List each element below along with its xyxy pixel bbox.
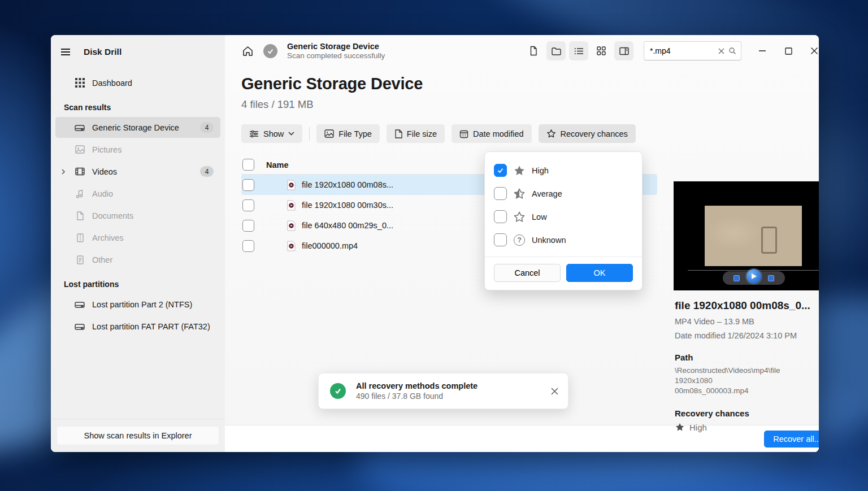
star-outline-icon: [513, 211, 526, 223]
option-label: High: [532, 166, 549, 175]
option-label: Low: [532, 212, 547, 221]
checkbox-unchecked[interactable]: [494, 233, 507, 246]
fullscreen-button[interactable]: [768, 275, 774, 281]
topbar-device-title: Generic Storage Device: [287, 42, 385, 51]
home-button[interactable]: [242, 45, 254, 57]
sidebar-item-dashboard[interactable]: Dashboard: [55, 72, 220, 93]
lost-partitions-section-label: Lost partitions: [51, 271, 225, 293]
sidebar-item-documents[interactable]: Documents: [55, 205, 220, 226]
filter-label: Recovery chances: [561, 129, 628, 138]
filter-label: Date modified: [473, 129, 523, 138]
search-icon[interactable]: [728, 47, 736, 55]
file-name: file000000.mp4: [302, 241, 358, 250]
path-label: Path: [675, 353, 819, 362]
search-input[interactable]: [650, 46, 714, 55]
file-type-icon: [324, 129, 334, 138]
ok-button[interactable]: OK: [566, 264, 633, 282]
sidebar-item-label: Archives: [92, 233, 214, 242]
sliders-icon: [249, 129, 259, 138]
popup-option-low[interactable]: Low: [494, 205, 633, 228]
preview-panel-toggle-button[interactable]: [614, 41, 633, 60]
disk-drill-window: Disk Drill Dashboard Scan results Generi…: [51, 35, 819, 452]
drive-icon: [71, 299, 88, 310]
grid-icon: [596, 46, 606, 56]
option-label: Unknown: [532, 236, 566, 245]
checkbox-unchecked[interactable]: [494, 210, 507, 223]
video-file-icon: [287, 220, 296, 231]
show-scan-results-in-explorer-button[interactable]: Show scan results in Explorer: [57, 426, 219, 445]
popup-option-unknown[interactable]: Unknown: [494, 228, 633, 251]
video-file-icon: [287, 200, 296, 211]
checkbox-checked[interactable]: [494, 164, 507, 177]
show-filter-button[interactable]: Show: [241, 124, 302, 143]
checkbox-unchecked[interactable]: [494, 187, 507, 200]
main-area: Generic Storage Device Scan completed su…: [225, 35, 819, 452]
toast-title: All recovery methods complete: [356, 381, 550, 390]
stop-button[interactable]: [734, 275, 740, 281]
home-icon: [242, 45, 254, 57]
toast-close-button[interactable]: [550, 387, 559, 396]
row-checkbox[interactable]: [242, 240, 254, 252]
video-file-icon: [287, 241, 296, 251]
topbar-scan-status: Scan completed successfully: [287, 51, 385, 60]
row-checkbox[interactable]: [242, 220, 254, 232]
sidebar: Disk Drill Dashboard Scan results Generi…: [51, 35, 225, 452]
file-name: file 1920x1080 00m08s...: [302, 180, 393, 189]
search-box[interactable]: [644, 41, 741, 60]
star-filled-icon: [675, 422, 685, 432]
page-title: Generic Storage Device: [241, 75, 819, 93]
video-file-icon: [287, 180, 296, 190]
maximize-button[interactable]: [775, 40, 801, 62]
sidebar-item-other[interactable]: Other: [55, 249, 220, 270]
play-button[interactable]: [747, 269, 761, 284]
archives-icon: [71, 233, 88, 243]
list-view-button[interactable]: [569, 41, 588, 60]
new-session-button[interactable]: [524, 41, 543, 60]
detail-type-size: MP4 Video – 13.9 MB: [675, 317, 819, 326]
popup-option-average[interactable]: Average: [494, 182, 633, 205]
dashboard-grid-icon: [71, 78, 88, 88]
toast-subtitle: 490 files / 37.8 GB found: [356, 392, 550, 401]
calendar-icon: [459, 129, 468, 138]
video-preview[interactable]: [674, 181, 819, 290]
row-checkbox[interactable]: [242, 179, 254, 191]
star-half-icon: [513, 188, 526, 200]
sidebar-item-lost-partition-ntfs[interactable]: Lost partition Part 2 (NTFS): [55, 294, 220, 315]
item-count-badge: 4: [200, 166, 214, 177]
toast-notification: All recovery methods complete 490 files …: [318, 373, 568, 409]
folder-view-button[interactable]: [546, 41, 566, 60]
documents-icon: [71, 211, 88, 221]
cancel-button[interactable]: Cancel: [494, 264, 561, 282]
recover-all-button[interactable]: Recover all...: [764, 431, 819, 447]
path-value: \Reconstructed\Videos\mp4\file 1920x1080…: [675, 366, 788, 396]
recovery-chances-filter-button[interactable]: Recovery chances: [539, 124, 636, 143]
minimize-button[interactable]: [749, 40, 775, 62]
sidebar-item-audio[interactable]: Audio: [55, 183, 220, 204]
close-button[interactable]: [801, 40, 819, 62]
file-size-filter-button[interactable]: File size: [387, 124, 445, 143]
recovery-chances-popup: High Average Low: [484, 151, 643, 290]
clear-search-icon[interactable]: [718, 47, 725, 55]
select-all-checkbox[interactable]: [242, 159, 254, 171]
file-count-summary: 4 files / 191 MB: [241, 98, 819, 111]
grid-view-button[interactable]: [592, 41, 611, 60]
sidebar-item-pictures[interactable]: Pictures: [55, 139, 220, 160]
file-size-icon: [394, 129, 402, 138]
sidebar-item-videos[interactable]: Videos 4: [55, 161, 220, 182]
sidebar-item-lost-partition-fat32[interactable]: Lost partition FAT PART (FAT32): [55, 316, 220, 337]
popup-option-high[interactable]: High: [494, 159, 633, 182]
column-header-name[interactable]: Name: [266, 160, 519, 170]
sidebar-item-archives[interactable]: Archives: [55, 227, 220, 248]
pictures-icon: [71, 144, 88, 155]
chevron-right-icon[interactable]: [55, 168, 71, 175]
file-type-filter-button[interactable]: File Type: [316, 124, 380, 143]
sidebar-item-label: Videos: [92, 167, 200, 176]
row-checkbox[interactable]: [242, 199, 254, 211]
hamburger-menu-button[interactable]: [60, 46, 71, 58]
item-count-badge: 4: [200, 122, 214, 133]
sidebar-item-label: Pictures: [92, 145, 214, 154]
recovery-chance-value: High: [689, 423, 707, 432]
sidebar-item-generic-storage-device[interactable]: Generic Storage Device 4: [55, 117, 220, 138]
date-modified-filter-button[interactable]: Date modified: [452, 124, 531, 143]
list-icon: [574, 46, 584, 57]
